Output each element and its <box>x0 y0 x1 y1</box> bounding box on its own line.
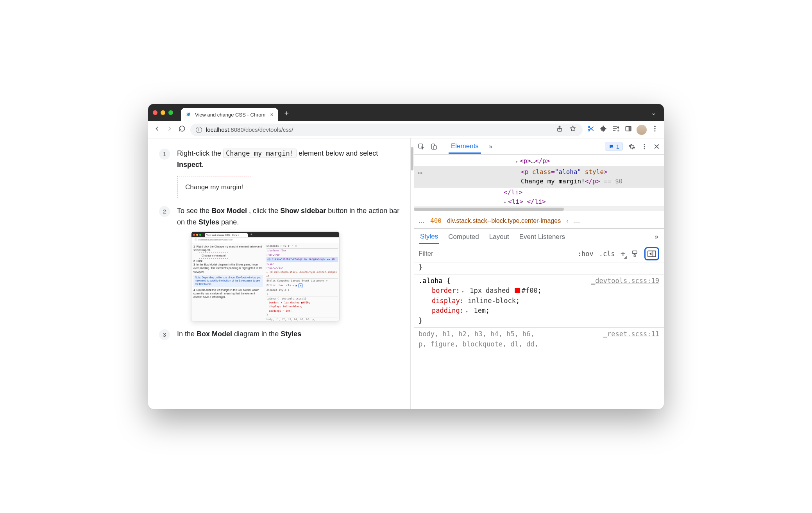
devtools-toolbar: Elements » 1 ✕ <box>414 138 664 155</box>
tab-title: View and change CSS - Chrom <box>195 112 265 118</box>
step-text: element below and select <box>299 149 378 157</box>
issues-count: 1 <box>616 143 619 150</box>
svg-rect-5 <box>629 126 631 131</box>
dom-breadcrumb[interactable]: … 400 div.stack.stack--block.type.center… <box>414 213 664 229</box>
css-declaration[interactable]: border:▸ 1px dashed #f00; <box>419 286 659 296</box>
rule-source-link[interactable]: _devtools.scss:19 <box>591 276 659 286</box>
settings-gear-icon[interactable] <box>628 143 635 150</box>
ellipsis-icon[interactable]: ⋯ <box>418 169 423 177</box>
style-rule-aloha[interactable]: .aloha { _devtools.scss:19 border:▸ 1px … <box>414 274 664 328</box>
breadcrumb-truncated[interactable]: 400 <box>430 217 442 224</box>
step-1: 1 Right-click the Change my margin! elem… <box>159 148 403 198</box>
svg-point-7 <box>654 128 655 129</box>
nav-back-button[interactable] <box>153 125 161 135</box>
breadcrumb-item[interactable]: div.stack.stack--block.type.center-image… <box>447 217 561 224</box>
device-toggle-icon[interactable] <box>430 143 437 150</box>
bookmark-star-icon[interactable] <box>569 125 577 134</box>
share-icon[interactable] <box>555 125 564 134</box>
css-declaration[interactable]: padding:▸ 1em; <box>419 306 659 316</box>
reading-list-icon[interactable] <box>612 125 620 135</box>
browser-window: View and change CSS - Chrom × + ⌄ i loca… <box>148 104 664 409</box>
svg-point-2 <box>588 129 590 131</box>
side-panel-icon[interactable] <box>624 125 633 135</box>
site-info-icon[interactable]: i <box>196 127 202 133</box>
devtools-left-scrollbar[interactable] <box>411 138 414 409</box>
svg-point-14 <box>644 148 645 149</box>
format-icon[interactable] <box>631 250 639 258</box>
inline-code: Change my margin! <box>223 149 297 158</box>
issues-badge[interactable]: 1 <box>605 142 623 151</box>
svg-point-8 <box>654 130 655 131</box>
dom-node[interactable]: <p>…</p> <box>414 156 664 166</box>
demo-element[interactable]: Change my margin! <box>177 176 251 198</box>
step-text: Right-click the <box>177 149 223 157</box>
step-number: 2 <box>159 206 170 217</box>
svg-point-3 <box>617 127 619 128</box>
rule-selector[interactable]: .aloha { <box>419 276 451 286</box>
step-body: Right-click the Change my margin! elemen… <box>177 148 403 198</box>
dom-node-selected[interactable]: ⋯ <p class="aloha" style> Change my marg… <box>414 166 664 188</box>
rule-brace: } <box>419 316 659 326</box>
tab-elements[interactable]: Elements <box>449 139 481 154</box>
hover-toggle[interactable]: :hov <box>578 250 594 258</box>
tab-layout[interactable]: Layout <box>488 230 510 244</box>
styles-action-bar: :hov .cls + <box>414 245 664 262</box>
window-minimize-button[interactable] <box>161 110 165 115</box>
show-sidebar-button[interactable] <box>644 247 659 260</box>
dom-node[interactable]: </li> <box>414 188 664 197</box>
cls-toggle[interactable]: .cls <box>599 250 615 258</box>
breadcrumb-ellipsis[interactable]: … <box>574 217 580 224</box>
content-split: 1 Right-click the Change my margin! elem… <box>148 138 664 409</box>
scissors-icon[interactable] <box>587 125 595 135</box>
inspect-element-icon[interactable] <box>418 143 425 150</box>
dom-tree[interactable]: <p>…</p> ⋯ <p class="aloha" style> Chang… <box>414 155 664 213</box>
devtools-menu-icon[interactable] <box>641 143 648 150</box>
tabs-overflow[interactable]: » <box>655 233 658 241</box>
extensions-icon[interactable] <box>599 125 608 135</box>
new-style-rule-button[interactable]: + <box>621 249 626 258</box>
rule-selector[interactable]: body, h1, h2, h3, h4, h5, h6, <box>419 329 535 339</box>
breadcrumb-ellipsis[interactable]: … <box>419 217 425 224</box>
color-swatch-icon[interactable] <box>515 288 520 293</box>
browser-tab[interactable]: View and change CSS - Chrom × <box>181 108 278 121</box>
svg-rect-11 <box>434 145 436 149</box>
address-bar: i localhost:8080/docs/devtools/css/ <box>148 121 664 138</box>
chrome-favicon-icon <box>186 111 192 118</box>
chrome-menu-icon[interactable] <box>651 125 659 135</box>
svg-point-13 <box>644 146 645 147</box>
tabs-dropdown-button[interactable]: ⌄ <box>648 109 659 117</box>
tab-event-listeners[interactable]: Event Listeners <box>519 230 566 244</box>
styles-filter-input[interactable] <box>419 250 572 258</box>
reload-button[interactable] <box>178 125 186 135</box>
css-declaration[interactable]: display: inline-block; <box>419 296 659 306</box>
dom-horizontal-scrollbar[interactable] <box>414 206 664 211</box>
nav-forward-button[interactable] <box>165 125 174 135</box>
url-text: localhost:8080/docs/devtools/css/ <box>206 126 293 133</box>
rule-brace: } <box>419 262 659 273</box>
tab-styles[interactable]: Styles <box>419 230 439 244</box>
close-tab-icon[interactable]: × <box>270 111 273 118</box>
svg-rect-16 <box>648 251 656 256</box>
styles-rules[interactable]: } .aloha { _devtools.scss:19 border:▸ 1p… <box>414 262 664 409</box>
new-tab-button[interactable]: + <box>281 109 292 118</box>
profile-avatar[interactable] <box>637 125 647 135</box>
step-number: 3 <box>159 329 170 340</box>
step-2: 2 To see the Box Model , click the Show … <box>159 205 403 322</box>
step-number: 1 <box>159 149 170 160</box>
window-controls <box>153 110 173 115</box>
page-content[interactable]: 1 Right-click the Change my margin! elem… <box>148 138 411 409</box>
style-rule-reset[interactable]: body, h1, h2, h3, h4, h5, h6, _reset.scs… <box>414 328 664 351</box>
dom-node[interactable]: <li> </li> <box>414 197 664 206</box>
styles-tab-bar: Styles Computed Layout Event Listeners » <box>414 229 664 245</box>
tabs-overflow[interactable]: » <box>486 140 495 154</box>
devtools-close-icon[interactable]: ✕ <box>653 142 660 151</box>
tab-computed[interactable]: Computed <box>447 230 479 244</box>
window-fullscreen-button[interactable] <box>168 110 173 115</box>
svg-point-1 <box>588 126 590 128</box>
window-close-button[interactable] <box>153 110 157 115</box>
rule-source-link[interactable]: _reset.scss:11 <box>603 329 659 339</box>
step-body: To see the Box Model , click the Show si… <box>177 205 403 322</box>
svg-point-12 <box>644 144 645 145</box>
omnibox[interactable]: i localhost:8080/docs/devtools/css/ <box>190 124 583 136</box>
svg-point-6 <box>654 126 655 127</box>
